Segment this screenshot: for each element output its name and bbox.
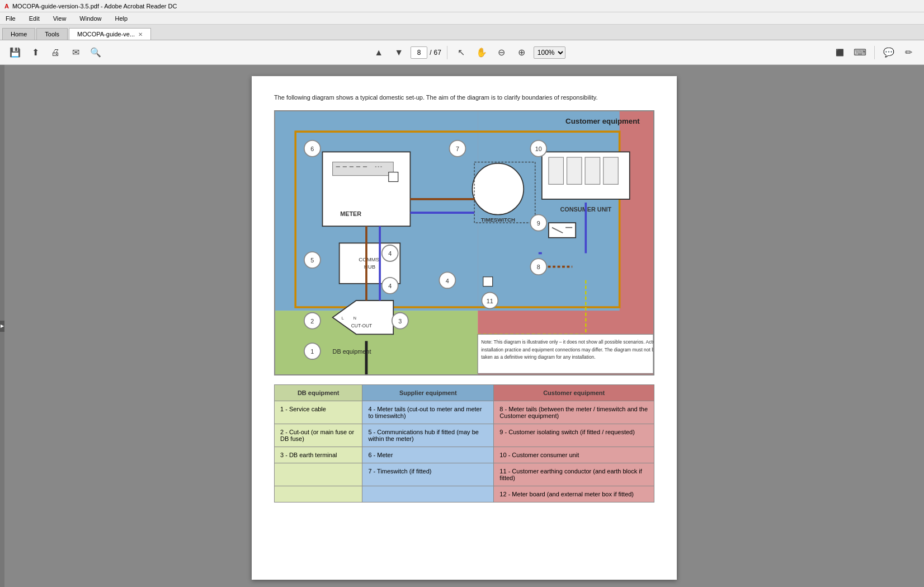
window-title: MOCOPA-guide-version-3.5.pdf - Adobe Acr… [12, 3, 177, 10]
toolbar-left: 💾 ⬆ 🖨 ✉ 🔍 [7, 44, 104, 61]
num-3: 3 [398, 318, 402, 325]
note-text-2: installation practice and equipment conn… [481, 346, 653, 352]
left-panel: ▶ [0, 65, 4, 587]
zoom-out-button[interactable]: ⊖ [493, 44, 510, 61]
num-8: 8 [537, 264, 540, 270]
timeswitch-text: TIMESWITCH [481, 216, 515, 222]
hand-tool-button[interactable]: ✋ [473, 44, 490, 61]
td-customer-5: 12 - Meter board (and external meter box… [494, 486, 654, 503]
page-nav: 8 / 67 [411, 46, 441, 59]
earth-block [483, 276, 493, 286]
menu-bar: File Edit View Window Help [0, 12, 924, 25]
num-10: 10 [535, 145, 542, 152]
th-customer: Customer equipment [494, 385, 654, 401]
title-bar: A MOCOPA-guide-version-3.5.pdf - Adobe A… [0, 0, 924, 12]
diagram-svg: Customer equipment METE [275, 111, 653, 375]
search-button[interactable]: 🔍 [87, 44, 104, 61]
scroll-down-button[interactable]: ▼ [390, 44, 407, 61]
menu-view[interactable]: View [50, 14, 70, 23]
app-icon: A [4, 3, 9, 10]
upload-button[interactable]: ⬆ [27, 44, 44, 61]
num-2: 2 [310, 318, 314, 325]
note-text-1: Note: This diagram is illustrative only … [481, 339, 653, 345]
comment-button[interactable]: 💬 [880, 44, 897, 61]
comms-hub-text: COMMS. [359, 256, 381, 262]
th-db: DB equipment [275, 385, 362, 401]
pen-button[interactable]: ✏ [901, 44, 917, 61]
td-supplier-4: 7 - Timeswitch (if fitted) [362, 463, 494, 486]
svg-rect-9 [585, 157, 600, 184]
table-row: 3 - DB earth terminal 6 - Meter 10 - Cus… [275, 447, 654, 463]
svg-rect-8 [567, 157, 582, 184]
td-db-4 [275, 463, 362, 486]
equipment-table: DB equipment Supplier equipment Customer… [274, 384, 654, 503]
select-tool-button[interactable]: ⬛ [832, 44, 848, 61]
meter-text: METER [340, 210, 361, 217]
td-customer-2: 9 - Customer isolating switch (if fitted… [494, 424, 654, 447]
page-number-input[interactable]: 8 [411, 46, 427, 59]
svg-rect-10 [604, 157, 619, 184]
isolating-switch [549, 223, 576, 238]
menu-file[interactable]: File [2, 14, 19, 23]
svg-rect-7 [549, 157, 564, 184]
zoom-select[interactable]: 100% 75% 125% 150% [534, 46, 565, 59]
td-customer-3: 10 - Customer consumer unit [494, 447, 654, 463]
customer-equipment-label: Customer equipment [565, 116, 640, 125]
num-9: 9 [537, 220, 540, 227]
toolbar-right: ⬛ ⌨ 💬 ✏ [832, 44, 917, 61]
num-1: 1 [310, 348, 314, 355]
keyboard-button[interactable]: ⌨ [852, 44, 869, 61]
menu-edit[interactable]: Edit [26, 14, 43, 23]
td-supplier-2: 5 - Communications hub if fitted (may be… [362, 424, 494, 447]
note-text-3: taken as a definitive wiring diagram for… [481, 354, 595, 359]
menu-window[interactable]: Window [76, 14, 105, 23]
tab-home[interactable]: Home [2, 28, 35, 40]
zoom-in-button[interactable]: ⊕ [513, 44, 530, 61]
cursor-tool-button[interactable]: ↖ [453, 44, 470, 61]
left-panel-toggle[interactable]: ▶ [0, 321, 4, 332]
table-row: 1 - Service cable 4 - Meter tails (cut-o… [275, 401, 654, 424]
diagram-container: Customer equipment METE [274, 110, 654, 376]
td-supplier-3: 6 - Meter [362, 447, 494, 463]
tab-doc[interactable]: MOCOPA-guide-ve... ✕ [69, 28, 151, 40]
table-row: 12 - Meter board (and external meter box… [275, 486, 654, 503]
tab-close-icon[interactable]: ✕ [138, 31, 143, 37]
num-4a: 4 [388, 250, 392, 257]
db-equipment-label: DB equipment [333, 348, 371, 355]
td-customer-1: 8 - Meter tails (between the meter / tim… [494, 401, 654, 424]
scroll-up-button[interactable]: ▲ [370, 44, 387, 61]
timeswitch-circle [472, 163, 524, 214]
l-label: L [342, 315, 344, 320]
num-4c: 4 [388, 283, 392, 289]
pdf-view[interactable]: The following diagram shows a typical do… [4, 65, 924, 587]
n-label: N [353, 315, 356, 320]
print-button[interactable]: 🖨 [47, 44, 64, 61]
td-db-3: 3 - DB earth terminal [275, 447, 362, 463]
num-5: 5 [310, 257, 314, 264]
num-4b: 4 [446, 277, 449, 284]
cut-out-text: CUT-OUT [351, 323, 373, 328]
meter-small-box [389, 172, 398, 181]
num-7: 7 [456, 145, 459, 152]
td-db-2: 2 - Cut-out (or main fuse or DB fuse) [275, 424, 362, 447]
toolbar-center: ▲ ▼ 8 / 67 ↖ ✋ ⊖ ⊕ 100% 75% 125% 150% [370, 44, 565, 61]
main-area: ▶ The following diagram shows a typical … [0, 65, 924, 587]
email-button[interactable]: ✉ [67, 44, 84, 61]
separator-1 [447, 46, 447, 59]
menu-help[interactable]: Help [111, 14, 131, 23]
page-separator: / [430, 49, 431, 57]
td-customer-4: 11 - Customer earthing conductor (and ea… [494, 463, 654, 486]
separator-2 [874, 46, 875, 59]
num-6: 6 [310, 145, 314, 152]
td-supplier-1: 4 - Meter tails (cut-out to meter and me… [362, 401, 494, 424]
tab-bar: Home Tools MOCOPA-guide-ve... ✕ [0, 25, 924, 40]
meter-display [333, 162, 394, 175]
th-supplier: Supplier equipment [362, 385, 494, 401]
intro-text: The following diagram shows a typical do… [274, 93, 654, 102]
toolbar: 💾 ⬆ 🖨 ✉ 🔍 ▲ ▼ 8 / 67 ↖ ✋ ⊖ ⊕ 100% 75% 12… [0, 40, 924, 65]
tab-tools[interactable]: Tools [36, 28, 68, 40]
num-11: 11 [487, 297, 493, 304]
td-db-1: 1 - Service cable [275, 401, 362, 424]
table-row: 2 - Cut-out (or main fuse or DB fuse) 5 … [275, 424, 654, 447]
save-button[interactable]: 💾 [7, 44, 23, 61]
